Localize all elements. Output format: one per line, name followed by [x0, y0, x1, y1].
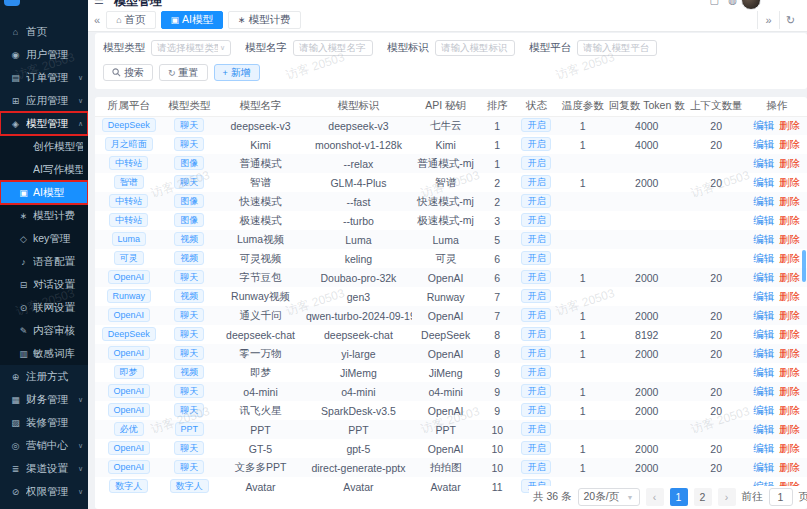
delete-link[interactable]: 删除 [779, 442, 800, 454]
model-name-input[interactable]: 请输入模型名字 [293, 40, 373, 56]
table-row: 中转站图像极速模式--turbo极速模式-mj3开启编辑删除 [95, 211, 807, 230]
delete-link[interactable]: 删除 [779, 176, 800, 188]
delete-link[interactable]: 删除 [779, 290, 800, 302]
delete-link[interactable]: 删除 [779, 138, 800, 150]
edit-link[interactable]: 编辑 [753, 119, 774, 131]
sidebar-item-finance[interactable]: ▦财务管理∨ [0, 388, 88, 411]
reset-button[interactable]: ↻ 重置 [159, 64, 208, 81]
sidebar-item-decoration[interactable]: ▨装修管理 [0, 411, 88, 434]
sidebar-item-register-mode[interactable]: ⊕注册方式 [0, 365, 88, 388]
status-badge: 开启 [521, 156, 551, 170]
token-cell: 4000 [608, 135, 686, 154]
sidebar-item-sensitive-words[interactable]: ▥敏感词库 [0, 342, 88, 365]
marketing-icon: ◎ [9, 441, 22, 451]
tab-home[interactable]: ⌂首页 [106, 11, 155, 29]
prev-page-button[interactable]: ‹ [646, 488, 664, 506]
plus-icon: + [223, 68, 228, 78]
delete-link[interactable]: 删除 [779, 252, 800, 264]
tab-more-icon[interactable]: » [757, 11, 779, 29]
delete-link[interactable]: 删除 [779, 271, 800, 283]
sidebar-item-model-billing[interactable]: ∗模型计费 [0, 204, 88, 227]
sidebar-item-label: 营销中心 [26, 439, 76, 453]
sidebar-item-permission[interactable]: ⊘权限管理∨ [0, 480, 88, 503]
temp-cell: 1 [558, 268, 608, 287]
sidebar-item-label: 首页 [26, 25, 83, 39]
model-type-select[interactable]: 请选择模型类型∨ [151, 40, 231, 56]
sidebar-item-key-mgmt[interactable]: ◇key管理 [0, 227, 88, 250]
fullscreen-icon[interactable]: ▢ [710, 0, 719, 6]
sidebar-item-voice-config[interactable]: ♪语音配置 [0, 250, 88, 273]
model-platform-input[interactable]: 请输入模型平台 [577, 40, 657, 56]
edit-link[interactable]: 编辑 [753, 176, 774, 188]
sidebar-item-channel[interactable]: ≣渠道设置∨ [0, 457, 88, 480]
edit-link[interactable]: 编辑 [753, 271, 774, 283]
context-cell: 20 [686, 135, 747, 154]
delete-link[interactable]: 删除 [779, 461, 800, 473]
edit-link[interactable]: 编辑 [753, 461, 774, 473]
delete-link[interactable]: 删除 [779, 385, 800, 397]
jump-page-input[interactable]: 1 [769, 488, 793, 506]
page-button-2[interactable]: 2 [694, 488, 712, 506]
edit-link[interactable]: 编辑 [753, 404, 774, 416]
sidebar-item-ai-model[interactable]: ▣AI模型 [0, 181, 88, 204]
delete-link[interactable]: 删除 [779, 404, 800, 416]
hamburger-icon[interactable]: ☰ [94, 0, 104, 7]
scrollbar-thumb[interactable] [802, 250, 806, 282]
actions-cell: 编辑删除 [746, 344, 807, 363]
delete-link[interactable]: 删除 [779, 366, 800, 378]
sidebar-item-marketing[interactable]: ◎营销中心∨ [0, 434, 88, 457]
status-cell: 开启 [515, 344, 558, 363]
sidebar-item-creation-model[interactable]: 创作模型管理 [0, 135, 88, 158]
sidebar-item-label: 语音配置 [33, 255, 83, 269]
delete-link[interactable]: 删除 [779, 195, 800, 207]
sidebar-item-ai-writing-form[interactable]: AI写作模型动态表单字段管理 [0, 158, 88, 181]
sidebar-item-content-review[interactable]: ✎内容审核 [0, 319, 88, 342]
tab-ai-model[interactable]: ▣AI模型 [161, 11, 223, 29]
delete-link[interactable]: 删除 [779, 328, 800, 340]
sidebar-item-orders[interactable]: ▤订单管理∨ [0, 66, 88, 89]
tab-model-billing[interactable]: ∗模型计费 [228, 11, 301, 29]
collapse-tabs-icon[interactable]: « [94, 14, 100, 26]
sidebar-item-network-settings[interactable]: ⊙联网设置 [0, 296, 88, 319]
edit-link[interactable]: 编辑 [753, 385, 774, 397]
refresh-icon[interactable]: ↻ [779, 11, 801, 29]
bell-icon[interactable]: ◍ [728, 0, 737, 6]
delete-link[interactable]: 删除 [779, 157, 800, 169]
sidebar-item-models[interactable]: ◈模型管理∧ [0, 112, 88, 135]
add-button[interactable]: + 新增 [214, 64, 260, 81]
topbar: ☰ 模型管理 ▢ ◍ [88, 0, 807, 9]
edit-link[interactable]: 编辑 [753, 423, 774, 435]
edit-link[interactable]: 编辑 [753, 328, 774, 340]
sidebar-item-chat-settings[interactable]: ⊟对话设置 [0, 273, 88, 296]
edit-link[interactable]: 编辑 [753, 347, 774, 359]
edit-link[interactable]: 编辑 [753, 157, 774, 169]
edit-link[interactable]: 编辑 [753, 290, 774, 302]
edit-link[interactable]: 编辑 [753, 138, 774, 150]
table-row: OpenAI聊天讯飞火星SparkDesk-v3.5OpenAI9开启12000… [95, 401, 807, 420]
edit-link[interactable]: 编辑 [753, 366, 774, 378]
filter-model-platform: 模型平台请输入模型平台 [529, 40, 657, 56]
temp-cell [558, 363, 608, 382]
delete-link[interactable]: 删除 [779, 233, 800, 245]
sidebar-item-home[interactable]: ⌂首页 [0, 20, 88, 43]
page-button-1[interactable]: 1 [670, 488, 688, 506]
search-button[interactable]: 搜索 [103, 64, 153, 81]
page-size-select[interactable]: 20条/页 ▼ [578, 488, 640, 506]
delete-link[interactable]: 删除 [779, 119, 800, 131]
delete-link[interactable]: 删除 [779, 309, 800, 321]
edit-link[interactable]: 编辑 [753, 214, 774, 226]
edit-link[interactable]: 编辑 [753, 233, 774, 245]
temp-cell: 1 [558, 173, 608, 192]
edit-link[interactable]: 编辑 [753, 195, 774, 207]
next-page-button[interactable]: › [718, 488, 736, 506]
placeholder-text: 请选择模型类型 [157, 42, 218, 55]
edit-link[interactable]: 编辑 [753, 252, 774, 264]
delete-link[interactable]: 删除 [779, 214, 800, 226]
edit-link[interactable]: 编辑 [753, 309, 774, 321]
delete-link[interactable]: 删除 [779, 347, 800, 359]
sidebar-item-users[interactable]: ◉用户管理 [0, 43, 88, 66]
sidebar-item-apps[interactable]: ⊞应用管理∨ [0, 89, 88, 112]
model-ident-input[interactable]: 请输入模型标识 [435, 40, 515, 56]
edit-link[interactable]: 编辑 [753, 442, 774, 454]
delete-link[interactable]: 删除 [779, 423, 800, 435]
